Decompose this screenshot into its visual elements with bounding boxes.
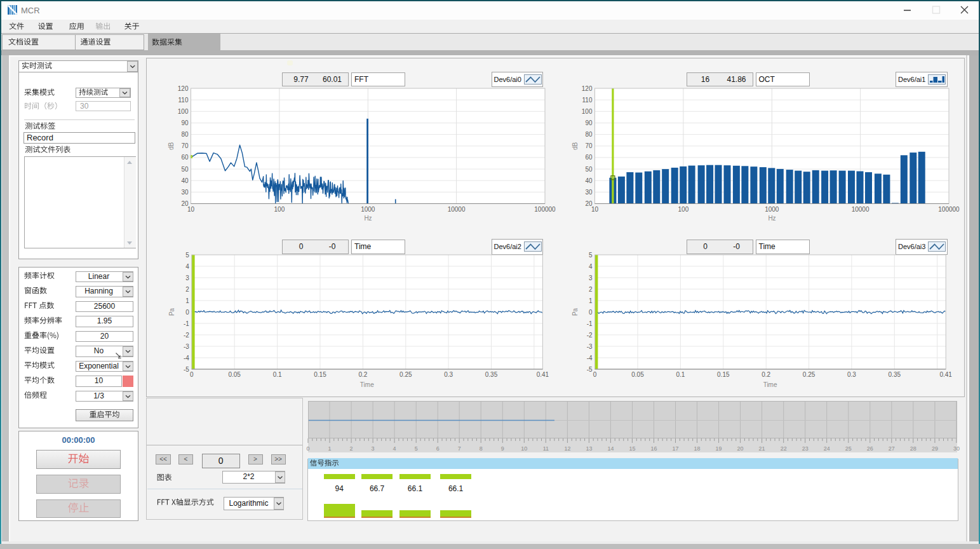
svg-text:11: 11 (543, 445, 549, 452)
svg-text:0.41: 0.41 (537, 371, 549, 378)
svg-text:1: 1 (589, 297, 593, 304)
svg-text:3: 3 (185, 274, 189, 281)
svg-text:17: 17 (672, 445, 678, 452)
svg-text:120: 120 (178, 85, 189, 92)
svg-text:-5: -5 (587, 366, 593, 373)
svg-text:0: 0 (190, 371, 194, 378)
svg-text:-2: -2 (184, 332, 189, 339)
svg-text:1000: 1000 (765, 206, 779, 213)
svg-text:10: 10 (521, 445, 527, 452)
svg-text:1000: 1000 (361, 206, 375, 213)
svg-text:1: 1 (185, 297, 189, 304)
svg-text:-5: -5 (184, 366, 189, 373)
svg-text:90: 90 (181, 119, 189, 126)
svg-text:0: 0 (306, 445, 309, 452)
svg-text:Hz: Hz (768, 215, 775, 222)
svg-text:5: 5 (185, 252, 189, 259)
svg-text:0.2: 0.2 (358, 371, 367, 378)
svg-text:23: 23 (802, 445, 809, 452)
svg-text:19: 19 (716, 445, 722, 452)
svg-text:40: 40 (585, 177, 593, 184)
svg-text:0.15: 0.15 (717, 371, 730, 378)
svg-text:0.1: 0.1 (676, 371, 685, 378)
svg-text:60: 60 (585, 154, 593, 161)
svg-text:5: 5 (589, 252, 593, 259)
svg-text:3: 3 (372, 445, 375, 452)
svg-text:0.41: 0.41 (939, 371, 952, 378)
svg-text:6: 6 (436, 445, 440, 452)
svg-text:Hz: Hz (364, 215, 372, 222)
svg-text:100: 100 (678, 206, 689, 213)
svg-text:80: 80 (181, 131, 189, 138)
svg-text:24: 24 (824, 445, 830, 452)
svg-text:1: 1 (328, 445, 331, 452)
svg-text:0: 0 (589, 309, 593, 316)
svg-text:0.3: 0.3 (444, 371, 453, 378)
svg-text:0: 0 (185, 309, 189, 316)
svg-text:80: 80 (585, 131, 593, 138)
svg-text:50: 50 (181, 166, 189, 173)
svg-text:Time: Time (360, 381, 374, 388)
svg-text:10: 10 (591, 206, 599, 213)
svg-text:Pa: Pa (168, 308, 175, 316)
svg-text:-1: -1 (184, 320, 189, 327)
svg-text:18: 18 (694, 445, 700, 452)
svg-text:110: 110 (178, 97, 189, 104)
svg-text:60: 60 (181, 154, 189, 161)
svg-text:0: 0 (593, 371, 597, 378)
svg-text:2: 2 (589, 286, 593, 293)
svg-text:0.35: 0.35 (485, 371, 498, 378)
svg-text:40: 40 (181, 177, 189, 184)
svg-text:21: 21 (759, 445, 765, 452)
svg-text:0.35: 0.35 (889, 371, 901, 378)
svg-text:8: 8 (480, 445, 483, 452)
svg-text:14: 14 (607, 445, 614, 452)
svg-text:dB: dB (168, 142, 175, 151)
svg-text:0.15: 0.15 (314, 371, 326, 378)
svg-text:-4: -4 (184, 355, 189, 362)
svg-text:30: 30 (181, 189, 189, 196)
svg-text:30: 30 (585, 189, 593, 196)
svg-text:0.25: 0.25 (803, 371, 816, 378)
svg-text:-1: -1 (587, 320, 593, 327)
svg-text:26: 26 (867, 445, 873, 452)
svg-text:4: 4 (589, 263, 593, 270)
svg-text:70: 70 (181, 142, 189, 149)
svg-text:0.1: 0.1 (273, 371, 282, 378)
svg-text:22: 22 (781, 445, 787, 452)
svg-text:4: 4 (185, 263, 189, 270)
svg-text:100000: 100000 (938, 206, 960, 213)
svg-text:0.05: 0.05 (631, 371, 644, 378)
svg-text:0.05: 0.05 (228, 371, 241, 378)
svg-text:30: 30 (953, 445, 960, 452)
svg-text:4: 4 (393, 445, 396, 452)
svg-text:29: 29 (932, 445, 938, 452)
svg-text:16: 16 (650, 445, 657, 452)
svg-text:120: 120 (582, 85, 593, 92)
svg-text:110: 110 (582, 97, 593, 104)
svg-text:90: 90 (585, 119, 593, 126)
svg-text:dB: dB (572, 142, 579, 151)
svg-text:Time: Time (763, 381, 777, 388)
svg-text:0.25: 0.25 (399, 371, 412, 378)
svg-text:5: 5 (415, 445, 418, 452)
svg-text:-4: -4 (587, 355, 593, 362)
svg-text:25: 25 (845, 445, 852, 452)
svg-text:70: 70 (585, 142, 593, 149)
svg-text:-3: -3 (184, 343, 189, 350)
svg-text:28: 28 (910, 445, 916, 452)
svg-text:-3: -3 (587, 343, 593, 350)
svg-text:100: 100 (274, 206, 285, 213)
svg-text:2: 2 (185, 286, 189, 293)
svg-text:10000: 10000 (448, 206, 466, 213)
svg-text:10: 10 (187, 206, 195, 213)
svg-text:100: 100 (178, 108, 189, 115)
svg-text:7: 7 (458, 445, 461, 452)
svg-text:2: 2 (350, 445, 353, 452)
svg-text:0.2: 0.2 (762, 371, 770, 378)
svg-text:20: 20 (737, 445, 744, 452)
svg-text:100: 100 (582, 108, 593, 115)
svg-text:13: 13 (586, 445, 592, 452)
svg-text:10000: 10000 (852, 206, 869, 213)
svg-text:12: 12 (564, 445, 570, 452)
